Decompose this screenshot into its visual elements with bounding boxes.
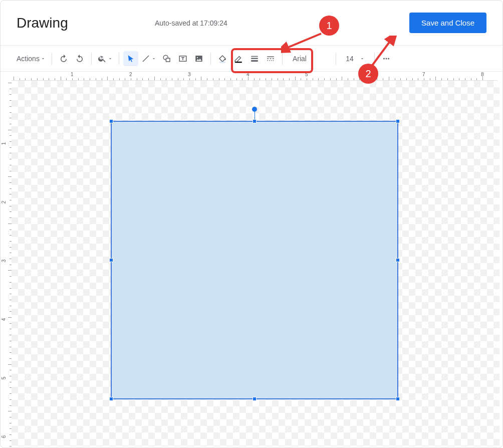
separator <box>52 53 52 65</box>
horizontal-ruler: 1 2 3 4 5 6 7 8 <box>12 72 497 81</box>
separator <box>210 53 211 65</box>
separator <box>336 53 336 65</box>
svg-rect-12 <box>267 58 269 59</box>
svg-rect-14 <box>273 58 274 59</box>
save-close-button[interactable]: Save and Close <box>409 13 486 33</box>
resize-handle-n[interactable] <box>253 119 257 123</box>
svg-rect-16 <box>269 60 270 61</box>
rotation-line <box>255 107 255 120</box>
svg-point-21 <box>388 58 389 59</box>
ruler-mark: 2 <box>1 201 7 204</box>
ruler-mark: 3 <box>188 72 191 77</box>
actions-label: Actions <box>17 55 40 63</box>
more-icon <box>382 54 391 63</box>
svg-rect-17 <box>271 60 272 61</box>
svg-rect-9 <box>251 58 258 59</box>
line-icon <box>141 54 150 63</box>
font-selector[interactable]: Arial <box>287 51 332 66</box>
select-tool[interactable] <box>123 51 138 66</box>
font-size: 14 <box>346 55 354 63</box>
svg-rect-11 <box>267 56 274 57</box>
svg-point-4 <box>197 57 198 58</box>
chevron-down-icon <box>151 54 156 63</box>
toolbar: Actions Arial <box>1 46 502 72</box>
autosave-status: Auto-saved at 17:09:24 <box>155 19 227 27</box>
redo-icon <box>75 54 84 63</box>
undo-icon <box>59 54 68 63</box>
cursor-icon <box>126 54 135 63</box>
ruler-mark: 7 <box>422 72 425 77</box>
more-options-button[interactable] <box>379 51 394 66</box>
svg-point-19 <box>383 58 385 59</box>
border-dash-button[interactable] <box>263 51 278 66</box>
svg-rect-6 <box>219 62 225 63</box>
fill-icon <box>218 54 227 63</box>
line-tool[interactable] <box>139 51 158 66</box>
chevron-down-icon <box>360 54 365 63</box>
resize-handle-s[interactable] <box>253 397 257 401</box>
font-size-selector[interactable]: 14 <box>340 51 370 66</box>
zoom-icon <box>98 54 107 63</box>
border-color-button[interactable] <box>231 51 246 66</box>
resize-handle-w[interactable] <box>109 258 113 262</box>
ruler-mark: 6 <box>364 72 367 77</box>
chevron-down-icon <box>108 54 113 63</box>
separator <box>119 53 119 65</box>
svg-rect-7 <box>235 62 242 63</box>
shape-icon <box>162 54 171 63</box>
line-dash-icon <box>266 54 275 63</box>
svg-rect-15 <box>267 60 268 61</box>
ruler-mark: 1 <box>1 142 7 145</box>
chevron-down-icon <box>41 54 46 63</box>
separator <box>374 53 375 65</box>
resize-handle-sw[interactable] <box>109 397 113 401</box>
ruler-mark: 4 <box>1 318 7 321</box>
image-tool[interactable] <box>191 51 206 66</box>
font-name: Arial <box>293 55 307 63</box>
ruler-mark: 2 <box>129 72 132 77</box>
zoom-button[interactable] <box>96 51 115 66</box>
svg-point-5 <box>224 59 226 60</box>
svg-rect-1 <box>166 58 170 62</box>
textbox-tool[interactable] <box>175 51 190 66</box>
resize-handle-ne[interactable] <box>396 119 400 123</box>
textbox-icon <box>178 54 187 63</box>
dialog-header: Drawing Auto-saved at 17:09:24 Save and … <box>1 1 502 46</box>
svg-rect-13 <box>270 58 271 59</box>
svg-rect-10 <box>251 60 258 62</box>
redo-button[interactable] <box>72 51 87 66</box>
pen-icon <box>234 54 243 63</box>
undo-button[interactable] <box>56 51 71 66</box>
ruler-mark: 3 <box>1 260 7 263</box>
svg-point-20 <box>385 58 387 59</box>
separator <box>91 53 92 65</box>
ruler-mark: 5 <box>305 72 308 77</box>
resize-handle-e[interactable] <box>396 258 400 262</box>
svg-rect-8 <box>251 56 258 57</box>
ruler-mark: 6 <box>1 435 7 438</box>
image-icon <box>194 54 203 63</box>
resize-handle-nw[interactable] <box>109 119 113 123</box>
fill-color-button[interactable] <box>215 51 230 66</box>
vertical-ruler: 1 2 3 4 5 6 <box>3 81 12 447</box>
line-weight-icon <box>250 54 259 63</box>
actions-menu[interactable]: Actions <box>15 51 48 66</box>
selected-rectangle-shape[interactable] <box>111 121 398 399</box>
drawing-canvas[interactable] <box>12 81 499 446</box>
ruler-mark: 1 <box>71 72 74 77</box>
shape-tool[interactable] <box>159 51 174 66</box>
ruler-mark: 5 <box>1 377 7 380</box>
dialog-title: Drawing <box>17 15 68 31</box>
border-weight-button[interactable] <box>247 51 262 66</box>
separator <box>282 53 283 65</box>
svg-rect-18 <box>273 60 274 61</box>
resize-handle-se[interactable] <box>396 397 400 401</box>
